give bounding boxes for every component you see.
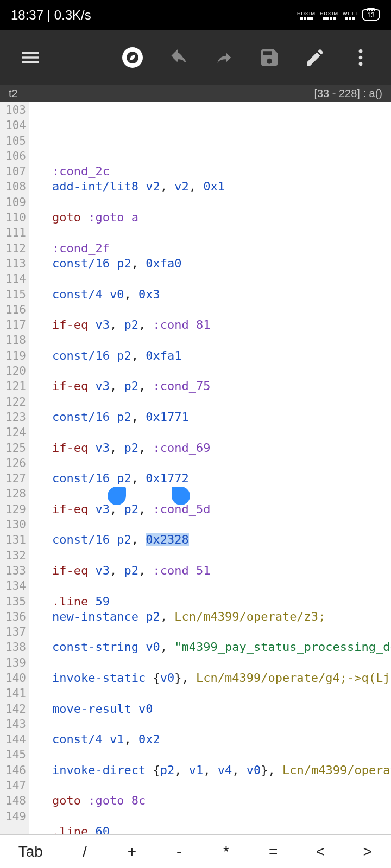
wifi-icon: WI-FI: [343, 11, 357, 20]
selection-handle-right[interactable]: [172, 487, 190, 505]
code-line[interactable]: const/16 p2, 0x1771: [52, 410, 391, 425]
code-line[interactable]: const/4 v1, 0x2: [52, 732, 391, 747]
code-line[interactable]: move-result v0: [52, 701, 391, 717]
svg-point-1: [359, 56, 363, 60]
symbol-key-row: Tab/+-*=<>: [0, 834, 391, 868]
code-line[interactable]: [52, 686, 391, 701]
save-button[interactable]: [247, 35, 292, 80]
code-line[interactable]: [52, 486, 391, 501]
more-vert-icon: [350, 47, 371, 68]
edit-button[interactable]: [292, 35, 338, 80]
code-line[interactable]: [52, 717, 391, 732]
tab-name[interactable]: t2: [9, 87, 18, 100]
menu-button[interactable]: [8, 35, 53, 80]
code-line[interactable]: .line 59: [52, 594, 391, 609]
code-line[interactable]: [52, 517, 391, 532]
code-line[interactable]: [52, 394, 391, 410]
explore-button[interactable]: [110, 35, 155, 80]
key-<[interactable]: <: [297, 843, 344, 860]
battery-icon: 13: [362, 9, 380, 21]
code-line[interactable]: const-string v0, "m4399_pay_status_proce…: [52, 640, 391, 655]
code-line[interactable]: [52, 809, 391, 824]
code-line[interactable]: [52, 425, 391, 440]
code-line[interactable]: [52, 456, 391, 471]
key->[interactable]: >: [344, 843, 391, 860]
sim1-icon: HDSIM: [297, 11, 316, 20]
redo-button[interactable]: [201, 35, 247, 80]
code-line[interactable]: [52, 747, 391, 762]
code-line[interactable]: invoke-static {v0}, Lcn/m4399/operate/g4…: [52, 671, 391, 686]
undo-icon: [167, 47, 189, 68]
key-*[interactable]: *: [203, 843, 250, 860]
code-line[interactable]: [52, 624, 391, 640]
code-line[interactable]: if-eq v3, p2, :cond_5d: [52, 502, 391, 517]
code-line[interactable]: [52, 271, 391, 286]
toolbar: [0, 30, 391, 85]
code-line[interactable]: if-eq v3, p2, :cond_75: [52, 379, 391, 394]
code-line[interactable]: if-eq v3, p2, :cond_81: [52, 317, 391, 333]
key-tab[interactable]: Tab: [0, 843, 61, 860]
code-line[interactable]: :cond_2f: [52, 241, 391, 256]
code-editor[interactable]: 1031041051061071081091101111121131141151…: [0, 102, 391, 834]
status-indicators: HDSIM HDSIM WI-FI 13: [297, 9, 380, 21]
code-line[interactable]: const/16 p2, 0xfa1: [52, 348, 391, 363]
code-line[interactable]: [52, 333, 391, 348]
code-line[interactable]: [52, 302, 391, 317]
code-line[interactable]: const/16 p2, 0x2328: [52, 532, 391, 547]
code-line[interactable]: if-eq v3, p2, :cond_51: [52, 563, 391, 578]
code-line[interactable]: [52, 578, 391, 593]
compass-icon: [122, 47, 143, 68]
code-line[interactable]: add-int/lit8 v2, v2, 0x1: [52, 179, 391, 194]
code-line[interactable]: if-eq v3, p2, :cond_69: [52, 441, 391, 456]
key-+[interactable]: +: [109, 843, 156, 860]
code-area[interactable]: :cond_2cadd-int/lit8 v2, v2, 0x1 goto :g…: [29, 102, 391, 834]
line-gutter: 1031041051061071081091101111121131141151…: [0, 102, 29, 834]
pencil-icon: [304, 47, 326, 68]
code-line[interactable]: [52, 363, 391, 379]
status-time: 18:37 | 0.3K/s: [11, 8, 91, 23]
hamburger-icon: [20, 47, 41, 68]
overflow-button[interactable]: [338, 35, 383, 80]
key-/[interactable]: /: [61, 843, 109, 860]
key-=[interactable]: =: [250, 843, 297, 860]
undo-button[interactable]: [155, 35, 201, 80]
code-line[interactable]: [52, 225, 391, 240]
code-line[interactable]: .line 60: [52, 824, 391, 834]
code-line[interactable]: const/16 p2, 0xfa0: [52, 256, 391, 271]
svg-point-2: [359, 62, 363, 66]
selection-handle-left[interactable]: [108, 487, 126, 505]
code-line[interactable]: const/16 p2, 0x1772: [52, 471, 391, 486]
save-icon: [258, 47, 280, 68]
code-line[interactable]: [52, 778, 391, 793]
cursor-position: [33 - 228] : a(): [314, 87, 382, 100]
code-line[interactable]: invoke-direct {p2, v1, v4, v0}, Lcn/m439…: [52, 763, 391, 778]
code-line[interactable]: goto :goto_8c: [52, 793, 391, 808]
redo-icon: [213, 47, 235, 68]
code-line[interactable]: const/4 v0, 0x3: [52, 287, 391, 302]
svg-point-0: [359, 49, 363, 53]
code-line[interactable]: [52, 655, 391, 671]
status-bar: 18:37 | 0.3K/s HDSIM HDSIM WI-FI 13: [0, 0, 391, 30]
info-bar: t2 [33 - 228] : a(): [0, 85, 391, 102]
sim2-icon: HDSIM: [320, 11, 338, 20]
code-line[interactable]: [52, 548, 391, 563]
code-line[interactable]: new-instance p2, Lcn/m4399/operate/z3;: [52, 609, 391, 624]
code-line[interactable]: :cond_2c: [52, 164, 391, 179]
code-line[interactable]: goto :goto_a: [52, 210, 391, 225]
key--[interactable]: -: [155, 843, 203, 860]
code-line[interactable]: [52, 195, 391, 210]
